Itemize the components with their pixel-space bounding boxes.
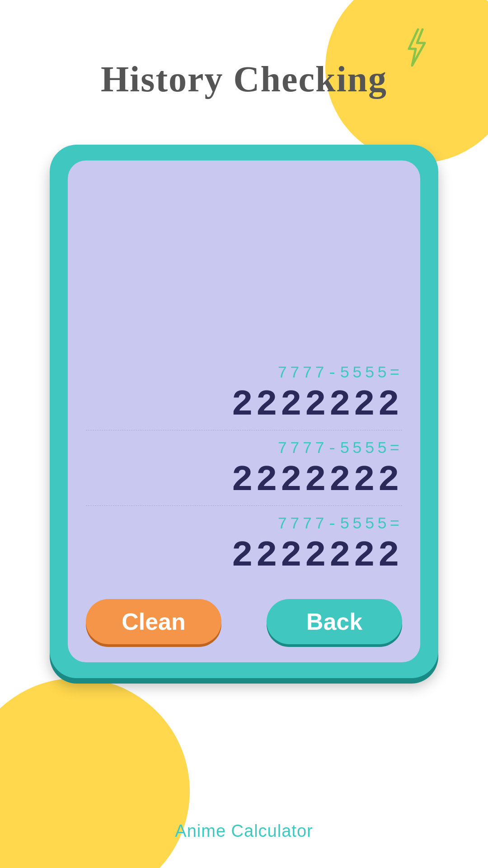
app-name-label: Anime Calculator — [0, 821, 488, 841]
calculator-shell: 7777-5555= 2222222 7777-5555= 2222222 77… — [50, 145, 438, 678]
clean-button[interactable]: Clean — [86, 599, 221, 644]
history-entry-2: 7777-5555= 2222222 — [86, 430, 402, 505]
buttons-row: Clean Back — [86, 590, 402, 644]
history-result-2: 2222222 — [86, 460, 402, 501]
back-button[interactable]: Back — [267, 599, 402, 644]
history-result-1: 2222222 — [86, 384, 402, 425]
history-list: 7777-5555= 2222222 7777-5555= 2222222 77… — [86, 174, 402, 590]
history-result-3: 2222222 — [86, 535, 402, 576]
history-entry-1: 7777-5555= 2222222 — [86, 355, 402, 430]
history-entry-3: 7777-5555= 2222222 — [86, 505, 402, 581]
history-formula-2: 7777-5555= — [86, 439, 402, 458]
calculator-screen: 7777-5555= 2222222 7777-5555= 2222222 77… — [68, 160, 420, 662]
history-formula-3: 7777-5555= — [86, 515, 402, 533]
history-formula-1: 7777-5555= — [86, 364, 402, 382]
page-title: History Checking — [0, 59, 488, 100]
